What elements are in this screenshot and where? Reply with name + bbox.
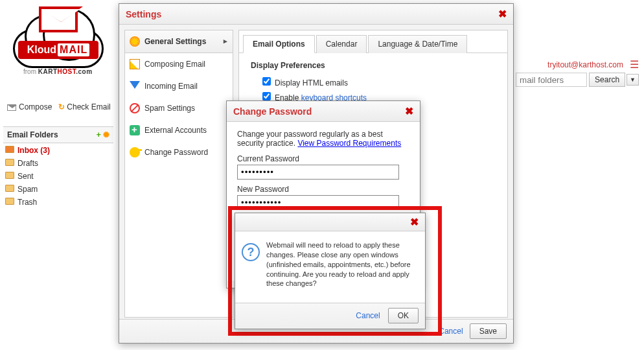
- brand-word-2: MAIL: [58, 43, 89, 56]
- folder-icon: [5, 185, 14, 192]
- folder-icon: [5, 146, 14, 153]
- folders-title: Email Folders: [7, 130, 58, 139]
- key-icon: [130, 147, 140, 158]
- search-button[interactable]: Search: [589, 73, 625, 87]
- folder-drafts[interactable]: Drafts: [3, 157, 113, 170]
- add-folder-icon[interactable]: +: [97, 130, 101, 139]
- envelope-icon: [39, 6, 78, 32]
- folder-icon: [5, 159, 14, 166]
- tab-language-datetime[interactable]: Language & Date/Time: [368, 35, 467, 53]
- new-password-label: New Password: [237, 185, 409, 194]
- search-input[interactable]: [516, 73, 587, 87]
- logo: Kloud MAIL from KARTHOST.com: [6, 3, 110, 81]
- folder-inbox[interactable]: Inbox (3): [3, 144, 113, 157]
- current-password-input[interactable]: [237, 165, 399, 180]
- search-dropdown-toggle[interactable]: ▼: [627, 74, 639, 86]
- refresh-icon: ↻: [58, 102, 65, 111]
- logo-subtitle: from KARTHOST.com: [23, 68, 93, 75]
- nav-change-password[interactable]: Change Password: [125, 141, 233, 163]
- change-password-description: Change your password regularly as a best…: [237, 130, 409, 148]
- settings-nav: General Settings Composing Email Incomin…: [124, 30, 233, 318]
- settings-save-button[interactable]: Save: [470, 323, 507, 339]
- display-preferences-heading: Display Preferences: [251, 61, 496, 70]
- nav-incoming-email[interactable]: Incoming Email: [125, 75, 233, 97]
- download-icon: [130, 81, 140, 91]
- checkbox-keyboard-shortcuts[interactable]: [262, 92, 271, 100]
- nav-composing-email[interactable]: Composing Email: [125, 53, 233, 75]
- tab-email-options[interactable]: Email Options: [243, 35, 315, 53]
- question-icon: ?: [242, 243, 260, 261]
- current-password-label: Current Password: [237, 154, 409, 163]
- confirm-footer: Cancel OK: [235, 303, 425, 328]
- new-password-input[interactable]: [237, 195, 399, 210]
- folder-sent[interactable]: Sent: [3, 170, 113, 183]
- confirm-message: Webmail will need to reload to apply the…: [266, 240, 419, 296]
- settings-cancel-button[interactable]: Cancel: [439, 327, 463, 336]
- settings-title: Settings: [126, 9, 161, 19]
- folder-trash[interactable]: Trash: [3, 196, 113, 209]
- nav-external-accounts[interactable]: External Accounts: [125, 119, 233, 141]
- change-password-title: Change Password: [233, 106, 312, 117]
- add-account-icon: [130, 125, 140, 135]
- nav-general-settings[interactable]: General Settings: [125, 30, 233, 53]
- change-password-titlebar: Change Password ✖: [227, 101, 420, 122]
- folders-header: Email Folders + ✺: [3, 126, 113, 143]
- account-email[interactable]: tryitout@karthost.com: [547, 60, 623, 69]
- gear-icon: [130, 36, 140, 47]
- confirm-dialog: . ✖ ? Webmail will need to reload to app…: [235, 213, 426, 329]
- folder-spam[interactable]: Spam: [3, 183, 113, 196]
- nav-spam-settings[interactable]: Spam Settings: [125, 97, 233, 119]
- settings-close-icon[interactable]: ✖: [498, 8, 507, 20]
- folder-settings-icon[interactable]: ✺: [103, 130, 109, 139]
- confirm-cancel-button[interactable]: Cancel: [356, 311, 380, 320]
- account-bar: tryitout@karthost.com ☰: [547, 58, 639, 71]
- folder-list: Inbox (3) Drafts Sent Spam Trash: [3, 144, 113, 209]
- confirm-ok-button[interactable]: OK: [388, 308, 419, 323]
- pencil-icon: [130, 59, 140, 69]
- folder-icon: [5, 172, 14, 179]
- checkbox-display-html[interactable]: [262, 77, 271, 86]
- compose-icon: [7, 104, 16, 111]
- spam-icon: [130, 103, 140, 113]
- search-bar: Search ▼: [516, 73, 639, 87]
- brand-plate: Kloud MAIL: [18, 41, 98, 59]
- confirm-close-icon[interactable]: ✖: [410, 216, 419, 228]
- mail-toolbar: Compose ↻Check Email: [3, 97, 115, 117]
- pref-display-html[interactable]: Display HTML emails: [260, 75, 496, 88]
- account-menu-icon[interactable]: ☰: [630, 58, 639, 71]
- check-email-button[interactable]: ↻Check Email: [58, 102, 110, 111]
- change-password-close-icon[interactable]: ✖: [405, 105, 413, 117]
- folder-icon: [5, 198, 14, 205]
- compose-button[interactable]: Compose: [7, 102, 52, 111]
- confirm-titlebar: . ✖: [235, 213, 425, 231]
- password-requirements-link[interactable]: View Password Requirements: [297, 139, 401, 148]
- tab-calendar[interactable]: Calendar: [316, 35, 367, 53]
- settings-tabs: Email Options Calendar Language & Date/T…: [239, 30, 507, 53]
- brand-word-1: Kloud: [27, 44, 56, 56]
- settings-titlebar: Settings ✖: [119, 4, 513, 25]
